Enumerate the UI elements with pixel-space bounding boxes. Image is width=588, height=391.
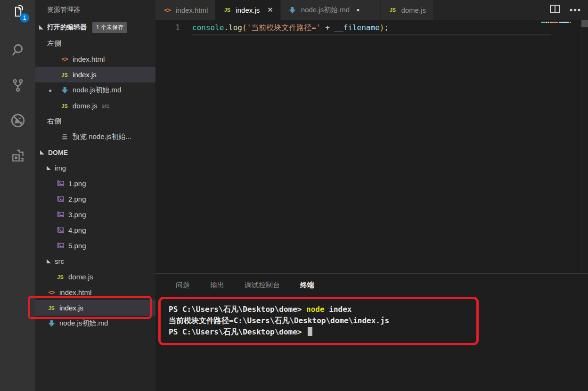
minimap[interactable] — [541, 21, 571, 23]
js-icon: JS — [56, 274, 65, 280]
twistie-expanded-icon — [39, 25, 43, 30]
tree-item-index.html[interactable]: <>index.html — [35, 285, 155, 300]
terminal-line: PS C:\Users\石凡\Desktop\dome> node index — [169, 304, 389, 315]
panel-tab-问题[interactable]: 问题 — [176, 281, 190, 290]
tree-item-3.png[interactable]: 3.png — [35, 207, 155, 222]
tree-item-label: dome.js — [68, 273, 93, 281]
minimap-token — [568, 22, 569, 23]
twistie-expanded-icon — [40, 150, 44, 155]
code-editor[interactable]: 1 console.log('当前模块文件路径=' + __filename); — [155, 20, 588, 273]
tree-item-2.png[interactable]: 2.png — [35, 191, 155, 207]
activity-debug-button[interactable] — [0, 104, 35, 139]
scrollbar-slider[interactable] — [581, 20, 588, 27]
current-line-border — [192, 34, 551, 35]
open-editors-group-label: 左侧 — [35, 36, 155, 51]
explorer-badge: 1 — [20, 13, 29, 23]
tree-item-node.js-.md[interactable]: node.js初始.md — [35, 316, 155, 331]
sidebar-title: 资源管理器 — [35, 0, 155, 19]
editor-tab-node.js-.md[interactable]: node.js初始.md● — [281, 0, 381, 20]
tree-item-dome.js[interactable]: JSdome.js — [35, 269, 155, 285]
open-editors-header[interactable]: 打开的编辑器 1 个未保存 — [35, 19, 155, 36]
image-icon — [56, 227, 65, 234]
minimap-token — [541, 22, 546, 23]
open-editors-label: 打开的编辑器 — [47, 23, 87, 32]
tab-label: index.html — [176, 6, 208, 14]
tree-item-1.png[interactable]: 1.png — [35, 176, 155, 191]
split-editor-icon[interactable] — [550, 5, 560, 15]
tree-item-label: 1.png — [68, 179, 86, 187]
code-token: . — [224, 23, 229, 32]
activity-search-button[interactable] — [0, 33, 35, 68]
extensions-icon — [10, 148, 25, 165]
open-editors-group-label: 右侧 — [35, 114, 155, 129]
markdown-icon — [47, 320, 56, 327]
terminal-text: node — [306, 305, 325, 314]
search-icon — [10, 42, 25, 59]
tab-label: index.js — [236, 6, 260, 14]
source-control-icon — [11, 78, 25, 94]
minimap-token — [570, 22, 571, 23]
code-token: + — [321, 23, 335, 32]
panel-tab-终端[interactable]: 终端 — [300, 281, 314, 290]
terminal-line: 当前模块文件路径=C:\Users\石凡\Desktop\dome\index.… — [169, 315, 389, 326]
open-editor-item[interactable]: <>index.html — [35, 51, 155, 67]
modified-dot-icon[interactable]: ● — [356, 7, 359, 13]
open-editor-label: node.js初始.md — [73, 86, 121, 95]
minimap-token — [559, 22, 561, 23]
open-editor-label: index.js — [73, 71, 97, 79]
tab-label: node.js初始.md — [301, 6, 350, 15]
twistie-expanded-icon — [47, 166, 51, 170]
tree-folder-img[interactable]: img — [35, 160, 155, 176]
open-editor-item[interactable]: 预览 node.js初始... — [35, 129, 155, 145]
open-editor-item[interactable]: ●node.js初始.md — [35, 82, 155, 98]
terminal-output[interactable]: PS C:\Users\石凡\Desktop\dome> node index当… — [169, 304, 389, 338]
activity-extensions-button[interactable] — [0, 139, 35, 174]
activity-bar: 1 — [0, 0, 35, 391]
editor-tab-index.js[interactable]: JSindex.js✕ — [215, 0, 280, 20]
tree-item-5.png[interactable]: 5.png — [35, 238, 155, 253]
editor-actions: ••• — [550, 0, 588, 20]
html-icon: <> — [47, 289, 56, 296]
close-tab-icon[interactable]: ✕ — [267, 6, 273, 14]
folder-root-header[interactable]: DOME — [35, 145, 155, 160]
activity-explorer-button[interactable]: 1 — [0, 0, 35, 24]
terminal-text: 当前模块文件路径=C:\Users\石凡\Desktop\dome\index.… — [169, 316, 389, 325]
code-token: ; — [384, 23, 389, 32]
image-icon — [56, 211, 65, 218]
editor-tab-dome.js[interactable]: JSdome.js — [381, 0, 433, 20]
line-number: 1 — [155, 22, 180, 34]
unsaved-count-badge: 1 个未保存 — [92, 22, 127, 33]
tree-item-index.js[interactable]: JSindex.js — [35, 300, 155, 316]
code-token: ) — [380, 23, 384, 32]
terminal-text: PS C:\Users\石凡\Desktop\dome> — [169, 305, 306, 314]
editor-tab-bar: <>index.htmlJSindex.js✕node.js初始.md●JSdo… — [155, 0, 588, 20]
image-icon — [56, 242, 65, 249]
terminal-text: PS C:\Users\石凡\Desktop\dome> — [169, 327, 306, 336]
terminal-text: index — [325, 305, 352, 314]
twistie-expanded-icon — [47, 259, 51, 263]
code-token: console — [192, 23, 224, 32]
file-tree: img1.png2.png3.png4.png5.pngsrcJSdome.js… — [35, 160, 155, 331]
open-editor-label: 预览 node.js初始... — [73, 132, 131, 141]
tree-folder-src[interactable]: src — [35, 253, 155, 269]
open-editor-label: dome.js — [73, 102, 98, 110]
panel-tab-调试控制台[interactable]: 调试控制台 — [245, 281, 280, 290]
open-editor-item[interactable]: JSdome.jssrc — [35, 98, 155, 114]
panel-tab-输出[interactable]: 输出 — [210, 281, 224, 290]
js-icon: JS — [60, 103, 69, 109]
code-token: __filename — [334, 23, 379, 32]
editor-scrollbar[interactable] — [581, 20, 588, 273]
editor-tab-index.html[interactable]: <>index.html — [155, 0, 215, 20]
tree-item-4.png[interactable]: 4.png — [35, 222, 155, 238]
tree-item-label: 3.png — [68, 211, 86, 219]
minimap-token — [550, 22, 551, 23]
open-editor-item[interactable]: JSindex.js — [35, 67, 155, 82]
code-line: console.log('当前模块文件路径=' + __filename); — [192, 22, 389, 34]
markdown-icon — [60, 87, 69, 94]
panel-tab-bar: 问题输出调试控制台终端 — [155, 274, 588, 296]
more-actions-icon[interactable]: ••• — [570, 5, 581, 15]
tree-item-label: img — [55, 164, 66, 172]
activity-source-control-button[interactable] — [0, 68, 35, 104]
minimap-token — [546, 22, 547, 23]
tree-item-label: src — [55, 257, 64, 265]
